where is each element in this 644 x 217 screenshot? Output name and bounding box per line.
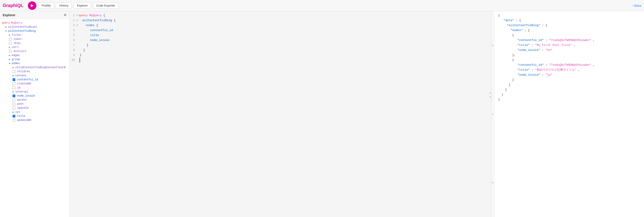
list-item[interactable]: ▶ edges xyxy=(0,53,70,57)
arrow-right-icon: ▶ xyxy=(9,34,10,37)
list-item[interactable]: ▶ sort: xyxy=(0,45,70,49)
field-label: path xyxy=(17,102,24,106)
chevron-left-icon: ‹ xyxy=(632,4,633,7)
field-label: allContentfulAsset xyxy=(8,26,37,29)
code-line: ▼ allContentfulBlog { xyxy=(76,18,489,23)
list-item[interactable]: ▶ allContentfulAsset xyxy=(0,25,70,29)
result-line: } xyxy=(498,97,640,102)
checkbox-unchecked[interactable] xyxy=(12,107,15,109)
result-line: { xyxy=(498,58,640,63)
code-line: ▼ nodes { xyxy=(76,23,489,28)
checkbox-unchecked[interactable] xyxy=(12,99,15,101)
field-label: edges xyxy=(12,54,20,57)
code-line: } xyxy=(76,48,489,53)
arrow-down-icon: ▼ xyxy=(9,62,10,65)
explorer-header: Explorer ✕ xyxy=(0,11,70,19)
arrow-right-icon: ▶ xyxy=(9,54,10,57)
list-item[interactable]: children xyxy=(0,70,70,74)
list-item[interactable]: ✓ contentful_id xyxy=(0,78,70,82)
field-label: limit: xyxy=(14,38,23,41)
run-button[interactable] xyxy=(28,1,36,10)
checkbox-unchecked[interactable] xyxy=(9,50,12,53)
code-exporter-button[interactable]: Code Exporter xyxy=(93,3,119,9)
list-item[interactable]: query MyQuery xyxy=(0,21,70,25)
list-item[interactable]: skip: xyxy=(0,41,70,45)
checkbox-unchecked[interactable] xyxy=(12,82,15,85)
results-scroll-indicator: ▼ xyxy=(492,113,494,115)
arrow-right-icon: ▶ xyxy=(9,58,10,61)
field-label: sort: xyxy=(12,46,20,49)
list-item[interactable]: parent xyxy=(0,98,70,102)
list-item[interactable]: spaceId xyxy=(0,106,70,110)
result-line: "contentful_id" : "7nu0uQGzTW9OWqV5Xuzwb… xyxy=(498,38,640,43)
code-line: ▼ query MyQuery { xyxy=(76,13,489,18)
list-item[interactable]: ▼ nodes xyxy=(0,62,70,66)
checkbox-unchecked[interactable] xyxy=(12,103,15,105)
list-item[interactable]: id xyxy=(0,86,70,90)
field-label: parent xyxy=(17,98,27,102)
field-label: title xyxy=(17,115,25,118)
result-line: ] xyxy=(498,82,640,87)
field-label: children xyxy=(17,70,30,73)
list-item[interactable]: updatedAt xyxy=(0,118,70,122)
field-label: content xyxy=(15,74,26,77)
list-item[interactable]: ▶ internal xyxy=(0,90,70,94)
list-item[interactable]: ▶ group xyxy=(0,57,70,62)
result-line: "title" : "初めてのブログ記事タイトル" , xyxy=(498,68,640,73)
result-line: "node_locale" : "ja" xyxy=(498,73,640,77)
list-item[interactable]: ▶ childContentfulBlogContentTextN xyxy=(0,66,70,70)
scroll-down-icon[interactable]: ▼ xyxy=(490,96,491,98)
history-button[interactable]: History xyxy=(56,3,72,9)
keyword-label: query xyxy=(2,21,10,25)
field-label: distinct xyxy=(14,50,26,53)
result-line: "title" : "My First Post Title" , xyxy=(498,43,640,48)
results-scroll-indicator: ▼ xyxy=(492,44,494,47)
field-label: internal xyxy=(15,90,28,93)
field-label: sys xyxy=(15,111,20,114)
docs-button[interactable]: ‹ Docs xyxy=(632,4,641,8)
result-line: "nodes" : [ xyxy=(498,28,640,33)
field-label: updatedAt xyxy=(17,119,32,122)
list-item[interactable]: ▶ sys xyxy=(0,110,70,114)
checkbox-checked[interactable]: ✓ xyxy=(12,95,15,97)
checkbox-unchecked[interactable] xyxy=(12,70,15,73)
list-item[interactable]: distinct xyxy=(0,49,70,53)
code-line: } xyxy=(76,43,489,48)
scroll-up-icon[interactable]: ▲ xyxy=(490,92,491,94)
checkbox-unchecked[interactable] xyxy=(9,42,12,45)
arrow-right-icon: ▶ xyxy=(12,91,14,93)
explorer-panel: Explorer ✕ query MyQuery ▶ allContentful… xyxy=(0,11,70,217)
list-item[interactable]: limit: xyxy=(0,37,70,41)
field-label: id xyxy=(17,86,20,89)
checkbox-unchecked[interactable] xyxy=(12,119,15,122)
field-label: createdAt xyxy=(17,82,32,85)
list-item[interactable]: ▶ filter: xyxy=(0,33,70,37)
list-item[interactable]: createdAt xyxy=(0,82,70,86)
arrow-right-icon: ▶ xyxy=(12,111,14,113)
code-line: contentful_id xyxy=(76,28,489,33)
field-label: contentful_id xyxy=(17,78,38,81)
list-item[interactable]: ▶ content xyxy=(0,74,70,78)
list-item[interactable]: ✓ node_locale xyxy=(0,94,70,98)
prettify-button[interactable]: Prettify xyxy=(38,3,54,9)
list-item[interactable]: ✓ title xyxy=(0,114,70,118)
result-line: "allContentfulBlog" : { xyxy=(498,23,640,28)
field-label: nodes xyxy=(12,62,20,65)
app-title: GraphiQL xyxy=(3,3,24,8)
result-line: } xyxy=(498,87,640,92)
list-item[interactable]: ▼ allContentfulBlog xyxy=(0,29,70,33)
main-area: Explorer ✕ query MyQuery ▶ allContentful… xyxy=(0,11,644,217)
checkbox-unchecked[interactable] xyxy=(9,38,12,41)
field-label: filter: xyxy=(12,34,23,37)
checkbox-unchecked[interactable] xyxy=(12,86,15,89)
line-numbers: 1 2 3 4 5 6 7 8 9 10 xyxy=(70,13,76,215)
explorer-button[interactable]: Explorer xyxy=(74,3,91,9)
checkbox-checked[interactable]: ✓ xyxy=(12,115,15,117)
arrow-right-icon: ▶ xyxy=(6,26,7,28)
explorer-close-button[interactable]: ✕ xyxy=(64,13,67,17)
list-item[interactable]: path xyxy=(0,102,70,106)
query-editor[interactable]: 1 2 3 4 5 6 7 8 9 10 ▼ query MyQuery { xyxy=(70,11,491,217)
fold-triangle-icon: ▼ xyxy=(76,23,78,28)
checkbox-checked[interactable]: ✓ xyxy=(12,78,15,81)
field-label: group xyxy=(12,58,20,61)
